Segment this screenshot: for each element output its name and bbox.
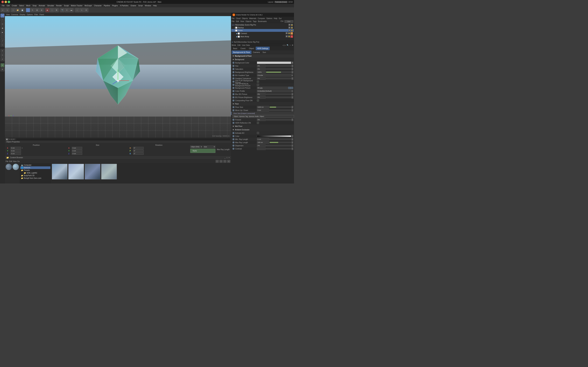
pos-z-input[interactable] [10,152,21,155]
bg-bright-slider-track[interactable] [266,71,291,73]
menu-sculpt[interactable]: Sculpt [63,4,70,7]
viewport-3d[interactable]: X Y Z Grid Spacing : 50000 cm [5,16,231,138]
bu-vis-icon[interactable]: 👁 [288,26,291,29]
cb-close[interactable]: × [229,157,230,158]
cb-forward-btn[interactable]: → [219,160,223,163]
cb-thumb-1[interactable] [52,164,68,179]
contrast-slider-track[interactable] [266,148,291,150]
cb-up-btn[interactable]: ↑ [223,160,226,163]
menu-mograph[interactable]: MoGraph [84,4,93,7]
fresnel-slider-track[interactable] [266,119,291,120]
cb-tree-4dm[interactable]: 📁 4DM_LightKit [20,172,50,174]
inner-tab-bg-floor[interactable]: Background & Floor [232,50,251,54]
floor-size-slider-track[interactable] [269,106,291,108]
cb-thumb-4[interactable] [101,164,117,179]
pm-icon4[interactable]: ☆ [289,44,291,46]
tool-model[interactable]: ◈ [0,14,4,17]
sm-tags[interactable]: Tags [253,20,257,22]
size-z-input[interactable] [72,152,82,155]
cb-tree-network[interactable]: 🌐 Network [20,166,50,169]
hue-slider[interactable] [266,65,291,67]
bg-pic-bright-slider[interactable] [266,97,291,98]
menu-octane[interactable]: Octane [130,4,137,7]
floor-size-slider[interactable] [269,106,291,108]
ni-vis-icon[interactable]: 👁 [288,24,291,26]
pm-icon2[interactable]: ▷ [285,44,286,46]
move-updown-slider[interactable] [269,109,291,111]
vt-panel[interactable]: Panel [40,14,44,16]
cb-menu-edit[interactable]: Edit [9,160,12,162]
tool-object[interactable]: ○ [0,18,4,22]
tool-workplane[interactable]: ▣ [0,26,4,30]
section-wet-floor[interactable]: ▼ Wet Floor [231,125,294,128]
tb-new[interactable]: □ [11,8,15,12]
mat-atom[interactable]: Atom [6,164,12,170]
pos-y-input[interactable] [10,150,21,152]
menu-edit[interactable]: Edit [6,4,11,7]
hue-slider-track[interactable] [266,65,291,67]
ao-color-gradient[interactable] [257,135,291,137]
mode-dropdown[interactable]: Object (Rel) ▾ [190,146,202,148]
tb-save[interactable]: 💾 [20,8,24,12]
size-x-input[interactable] [72,147,82,149]
min-ray-slider-track[interactable] [269,139,291,140]
max-ray-mini-btn[interactable]: ▸ [292,141,293,144]
cb-menu-file[interactable]: File [6,160,9,162]
dispersion-slider-track[interactable] [266,145,291,146]
menu-xparticles[interactable]: X-Particles [119,4,129,7]
maximize-btn[interactable] [8,1,10,3]
tb-render[interactable]: ▶ [45,8,50,12]
blur-bg-mini-btn[interactable]: ▸ [292,93,293,95]
tab-basic[interactable]: Basic [232,47,239,50]
octane-menu-file[interactable]: File [232,17,234,19]
dome-lock-icon[interactable]: 🔒 [291,29,293,32]
section-floor[interactable]: ▼ Floor [231,102,294,106]
grad-turb-slider[interactable] [266,78,291,79]
apply-button[interactable]: Apply [190,149,216,153]
blur-bg-input[interactable] [257,93,266,95]
bg-bright-input[interactable] [257,71,266,73]
sm-bookmarks[interactable]: Bookmarks [258,20,267,22]
vt-options[interactable]: Options [27,14,33,16]
tool-scale[interactable]: ⇔ [0,53,4,57]
bg-pic-clear-btn[interactable]: × [288,87,293,89]
octane-menu-objects[interactable]: Objects [242,17,248,19]
sm-edit[interactable]: Edit [236,20,239,22]
dispersion-slider[interactable] [266,145,291,146]
fresnel-input[interactable] [257,118,266,121]
tool-material[interactable]: M [0,63,4,67]
co-tag-icon[interactable]: T [291,32,293,35]
bg-pic-bright-slider-track[interactable] [266,97,291,98]
tb-open[interactable]: 📂 [16,8,20,12]
tool-points[interactable]: · [0,35,4,38]
vt-view[interactable]: View [6,14,10,16]
tab-hdri[interactable]: HDRI Settings [256,47,269,50]
aa-lock-icon[interactable]: 🔒 [288,35,290,37]
cb-thumb-2[interactable] [68,164,84,179]
cb-back-btn[interactable]: ← [216,160,219,163]
section-background[interactable]: ▼ Background [231,58,294,61]
bg-pic-bright-mini-btn[interactable]: ▸ [292,96,293,99]
scene-atom[interactable]: ▶⬜ Atom Array 👁 🔒 T [231,35,294,38]
menu-character[interactable]: Character [93,4,103,7]
timeline-bar[interactable] [16,138,230,140]
floor-size-mini-btn[interactable]: ▸ [292,106,293,108]
aa-tag-icon[interactable]: T [291,35,293,38]
contrast-slider[interactable] [266,148,291,150]
menu-pipeline[interactable]: Pipeline [103,4,111,7]
cb-tree-computer[interactable]: 💻 Computer [20,164,50,166]
move-updown-mini-btn[interactable]: ▸ [292,109,293,111]
grad-turb-slider-track[interactable] [266,78,291,79]
tool-settings[interactable]: ⚙ [0,67,4,71]
vt-filter[interactable]: Filter [34,14,38,16]
cb-thumb-3[interactable] [85,164,100,179]
grad-turb-mini-btn[interactable]: ▸ [292,77,293,80]
inner-tab-sun[interactable]: Sun [261,50,268,54]
color-profile-dropdown[interactable]: Embedded [Default] ▾ [257,90,293,92]
aa-vis-icon[interactable]: 👁 [285,35,288,37]
tb-spline[interactable]: ∿ [80,8,84,12]
comp-floor-checkbox[interactable]: ✓ [257,100,259,101]
tb-select[interactable]: ⊕ [40,8,44,12]
octane-menu-options[interactable]: Options [266,17,272,19]
tb-undo[interactable]: ↩ [1,8,5,12]
